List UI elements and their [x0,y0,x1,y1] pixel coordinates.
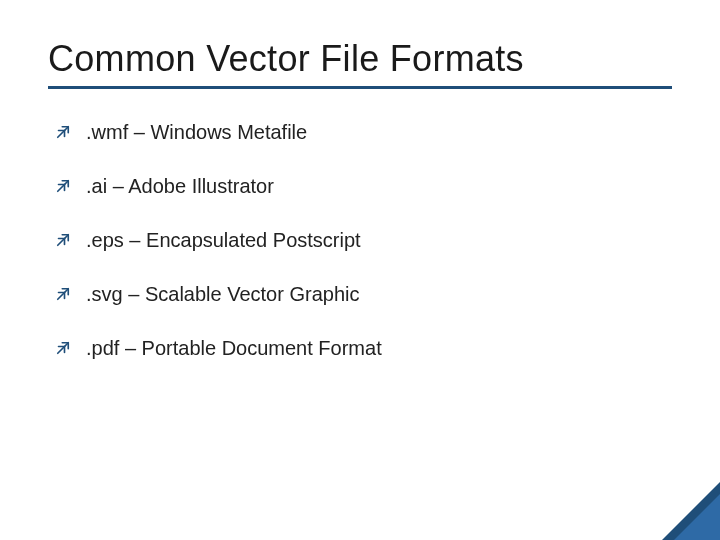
arrow-bullet-icon [54,177,72,195]
corner-decoration [662,482,720,540]
list-item: .svg – Scalable Vector Graphic [54,281,672,307]
list-item-text: .ai – Adobe Illustrator [86,173,274,199]
page-title: Common Vector File Formats [48,38,672,80]
list-item-text: .pdf – Portable Document Format [86,335,382,361]
list-item: .eps – Encapsulated Postscript [54,227,672,253]
arrow-bullet-icon [54,339,72,357]
list-item: .pdf – Portable Document Format [54,335,672,361]
slide: Common Vector File Formats .wmf – Window… [0,0,720,540]
list-item-text: .eps – Encapsulated Postscript [86,227,361,253]
list-item: .wmf – Windows Metafile [54,119,672,145]
arrow-bullet-icon [54,231,72,249]
list-item-text: .svg – Scalable Vector Graphic [86,281,359,307]
arrow-bullet-icon [54,285,72,303]
title-underline [48,86,672,89]
list-item-text: .wmf – Windows Metafile [86,119,307,145]
arrow-bullet-icon [54,123,72,141]
bullet-list: .wmf – Windows Metafile .ai – Adobe Illu… [48,119,672,361]
list-item: .ai – Adobe Illustrator [54,173,672,199]
